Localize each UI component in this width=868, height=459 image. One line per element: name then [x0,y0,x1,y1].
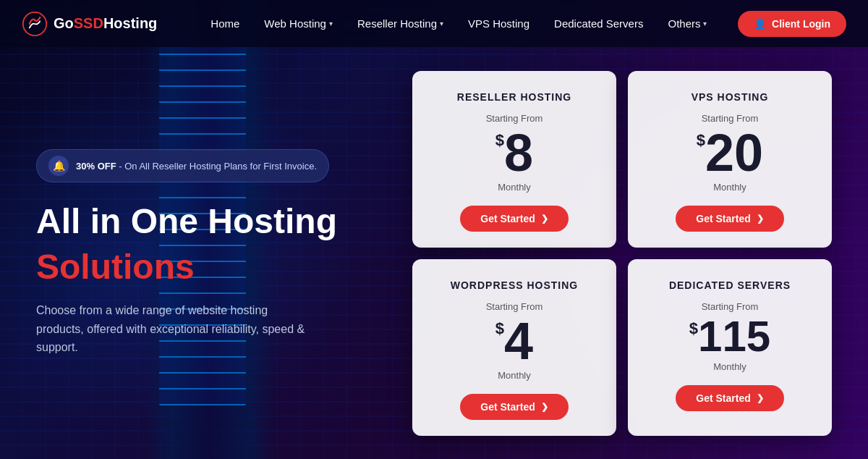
card-wordpress-title: WORDPRESS HOSTING [451,279,578,291]
card-vps-amount: 20 [705,127,763,179]
header: GoSSDHosting Home Web Hosting ▾ Reseller… [0,0,868,47]
pricing-card-dedicated: DEDICATED SERVERS Starting From $ 115 Mo… [628,259,832,436]
card-reseller-price: $ 8 [495,127,533,179]
arrow-right-icon: ❯ [757,393,764,403]
logo-icon [22,11,48,37]
card-wordpress-period: Monthly [498,370,531,381]
card-dedicated-starting: Starting From [702,301,759,312]
user-icon: 👤 [754,18,766,30]
hero-description: Choose from a wide range of website host… [36,301,311,357]
card-wordpress-starting: Starting From [486,301,543,312]
card-dedicated-amount: 115 [698,315,770,358]
left-panel: 🔔 30% OFF - On All Reseller Hosting Plan… [36,149,383,356]
card-wordpress-get-started-button[interactable]: Get Started ❯ [460,394,568,420]
card-vps-period: Monthly [713,182,746,193]
card-vps-price: $ 20 [697,127,763,179]
nav-web-hosting[interactable]: Web Hosting ▾ [254,12,343,35]
card-reseller-dollar: $ [495,131,504,150]
main-content: 🔔 30% OFF - On All Reseller Hosting Plan… [0,47,868,459]
card-dedicated-period: Monthly [713,361,746,372]
card-vps-starting: Starting From [702,113,759,124]
nav-dedicated-servers[interactable]: Dedicated Servers [544,12,653,35]
promo-text: 30% OFF - On All Reseller Hosting Plans … [76,161,317,172]
card-reseller-period: Monthly [498,182,531,193]
logo[interactable]: GoSSDHosting [22,11,157,37]
pricing-card-wordpress: WORDPRESS HOSTING Starting From $ 4 Mont… [412,259,616,436]
card-reseller-amount: 8 [504,127,533,179]
chevron-down-icon: ▾ [329,20,333,28]
nav-vps-hosting[interactable]: VPS Hosting [458,12,540,35]
nav-reseller-hosting[interactable]: Reseller Hosting ▾ [347,12,454,35]
nav-others[interactable]: Others ▾ [658,12,717,35]
card-wordpress-dollar: $ [495,319,504,338]
pricing-card-vps: VPS HOSTING Starting From $ 20 Monthly G… [628,71,832,248]
card-reseller-get-started-button[interactable]: Get Started ❯ [460,206,568,232]
card-wordpress-amount: 4 [504,315,533,367]
card-wordpress-price: $ 4 [495,315,533,367]
pricing-cards-grid: RESELLER HOSTING Starting From $ 8 Month… [383,71,832,436]
hero-title-line1: All in One Hosting [36,203,369,241]
hero-title-line2: Solutions [36,248,369,287]
pricing-card-reseller: RESELLER HOSTING Starting From $ 8 Month… [412,71,616,248]
chevron-down-icon: ▾ [440,20,443,28]
card-vps-get-started-button[interactable]: Get Started ❯ [676,206,783,232]
card-vps-dollar: $ [697,131,705,150]
card-vps-title: VPS HOSTING [692,91,769,103]
arrow-right-icon: ❯ [541,214,548,224]
card-reseller-starting: Starting From [486,113,543,124]
bell-icon: 🔔 [48,156,69,176]
main-nav: Home Web Hosting ▾ Reseller Hosting ▾ VP… [200,12,738,35]
nav-home[interactable]: Home [200,12,250,35]
promo-badge: 🔔 30% OFF - On All Reseller Hosting Plan… [36,149,329,182]
arrow-right-icon: ❯ [757,214,764,224]
logo-text: GoSSDHosting [54,15,157,32]
card-dedicated-get-started-button[interactable]: Get Started ❯ [676,385,783,411]
card-dedicated-title: DEDICATED SERVERS [669,279,791,291]
arrow-right-icon: ❯ [541,402,548,412]
card-dedicated-price: $ 115 [689,315,770,358]
card-reseller-title: RESELLER HOSTING [457,91,571,103]
chevron-down-icon: ▾ [703,20,707,28]
client-login-button[interactable]: 👤 Client Login [738,11,846,37]
card-dedicated-dollar: $ [689,319,698,338]
